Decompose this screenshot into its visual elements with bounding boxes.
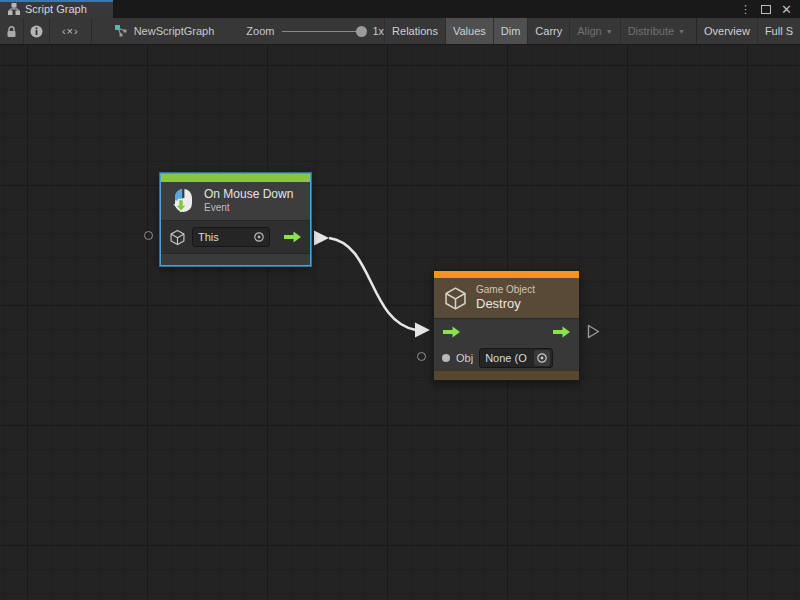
mouse-down-icon — [170, 188, 196, 214]
zoom-value: 1x — [372, 25, 384, 37]
graph-name: NewScriptGraph — [134, 25, 215, 37]
close-icon[interactable]: ✕ — [781, 3, 792, 16]
target-field-value: This — [198, 231, 251, 243]
node-destroy[interactable]: Game Object Destroy Obj — [433, 270, 580, 381]
graph-tree-icon — [8, 3, 20, 15]
obj-field[interactable]: None (O — [479, 348, 553, 368]
graph-toolbar: ‹×› NewScriptGraph Zoom 1x Relations Val… — [0, 18, 800, 45]
window-menu-icon[interactable]: ⋮ — [740, 3, 751, 16]
zoom-label: Zoom — [246, 25, 274, 37]
event-node-subtitle: Event — [204, 202, 293, 215]
connection-wire[interactable] — [314, 231, 430, 338]
destroy-flow-row — [434, 319, 579, 345]
object-picker-icon[interactable] — [534, 350, 550, 366]
align-dropdown[interactable]: Align ▼ — [569, 18, 619, 44]
event-node-body: This — [161, 220, 310, 253]
lock-button[interactable] — [0, 18, 24, 44]
obj-value-dot — [442, 354, 450, 362]
destroy-node-body: Obj None (O — [434, 318, 579, 370]
flow-output-port[interactable] — [283, 231, 302, 243]
gameobject-cube-icon — [443, 286, 468, 311]
relations-button[interactable]: Relations — [384, 18, 445, 44]
destroy-node-title: Destroy — [476, 296, 535, 312]
script-graph-asset-icon — [114, 24, 128, 38]
obj-field-value: None (O — [485, 352, 534, 364]
destroy-node-category: Game Object — [476, 284, 535, 297]
event-node-header[interactable]: On Mouse Down Event — [161, 182, 310, 220]
chevron-down-icon: ▼ — [678, 28, 685, 35]
flow-continue-port[interactable] — [587, 324, 600, 339]
info-button[interactable] — [24, 18, 50, 44]
view-options: Relations Values Dim Carry Align ▼ Distr… — [384, 18, 800, 44]
event-node-footer — [161, 253, 310, 265]
destroy-param-row: Obj None (O — [434, 345, 579, 371]
overview-button[interactable]: Overview — [696, 18, 757, 44]
object-picker-icon[interactable] — [251, 229, 267, 245]
distribute-dropdown[interactable]: Distribute ▼ — [620, 18, 692, 44]
maximize-icon[interactable] — [761, 5, 771, 14]
flow-input-port[interactable] — [442, 326, 461, 338]
wire-start-arrow — [314, 231, 329, 246]
wire-end-arrow — [415, 323, 430, 338]
chevron-down-icon: ▼ — [606, 28, 613, 35]
event-target-port[interactable] — [144, 231, 153, 240]
window-controls: ⋮ ✕ — [740, 0, 800, 18]
flow-output-port[interactable] — [552, 326, 571, 338]
values-button[interactable]: Values — [445, 18, 493, 44]
zoom-slider-handle[interactable] — [356, 26, 367, 37]
tab-script-graph[interactable]: Script Graph — [0, 0, 113, 18]
gameobject-cube-icon — [169, 229, 186, 246]
destroy-node-footer — [434, 370, 579, 380]
destroy-obj-port[interactable] — [417, 352, 426, 361]
zoom-slider[interactable] — [282, 31, 364, 32]
event-accent-bar — [161, 174, 310, 182]
zoom-control: Zoom 1x — [246, 18, 384, 44]
target-field[interactable]: This — [192, 227, 270, 247]
lock-icon — [6, 25, 17, 38]
obj-param-label: Obj — [456, 352, 473, 364]
tab-bar: Script Graph ⋮ ✕ — [0, 0, 800, 18]
graph-canvas[interactable]: On Mouse Down Event This — [0, 45, 800, 600]
carry-button[interactable]: Carry — [527, 18, 569, 44]
info-icon — [30, 25, 43, 38]
tab-title: Script Graph — [25, 3, 87, 15]
destroy-node-header[interactable]: Game Object Destroy — [434, 278, 579, 318]
event-node-title: On Mouse Down — [204, 187, 293, 202]
destroy-accent-bar — [434, 271, 579, 278]
dim-button[interactable]: Dim — [493, 18, 528, 44]
connection-layer — [0, 45, 800, 600]
fullscreen-button[interactable]: Full S — [757, 18, 800, 44]
node-on-mouse-down[interactable]: On Mouse Down Event This — [160, 173, 311, 266]
code-view-button[interactable]: ‹×› — [50, 18, 92, 44]
graph-asset-button[interactable]: NewScriptGraph — [108, 18, 221, 44]
script-graph-window: Script Graph ⋮ ✕ ‹×› — [0, 0, 800, 600]
